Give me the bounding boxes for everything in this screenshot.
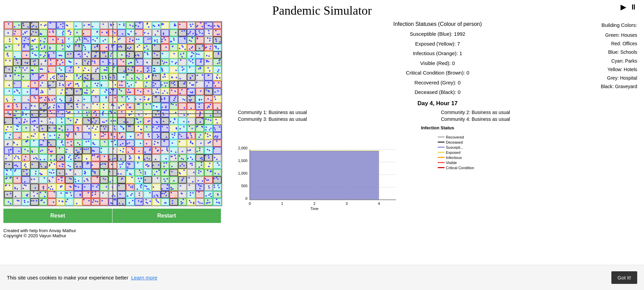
- svg-text:1,000: 1,000: [238, 171, 247, 175]
- community-status: Community 1: Business as usual Community…: [238, 110, 637, 122]
- chart-legend: RecoveredDeceasedSuscepti...ExposedInfec…: [438, 132, 474, 171]
- reset-button[interactable]: Reset: [3, 209, 112, 223]
- legend-item: Suscepti...: [438, 145, 474, 149]
- learn-more-link[interactable]: Learn more: [131, 275, 157, 280]
- credit-text: Created with help from Anvay Mathur: [3, 228, 641, 233]
- infection-statuses-title: Infection Statuses (Colour of person): [238, 21, 637, 27]
- svg-text:500: 500: [241, 184, 247, 188]
- stat-exposed: Exposed (Yellow): 7: [238, 39, 637, 49]
- svg-text:1,500: 1,500: [238, 159, 247, 163]
- chart-title: Infection Status: [238, 125, 637, 130]
- svg-text:0: 0: [249, 202, 251, 206]
- stat-infectious: Infectious (Orange): 1: [238, 49, 637, 59]
- svg-text:0: 0: [245, 196, 247, 200]
- stat-critical: Critical Condition (Brown): 0: [238, 68, 637, 78]
- legend-item: Visible: [438, 161, 474, 165]
- play-button[interactable]: ▶: [621, 3, 626, 12]
- svg-text:2,000: 2,000: [238, 146, 247, 150]
- stat-recovered: Recovered (Grey): 0: [238, 78, 637, 88]
- building-color-item: Yellow: Hotels: [601, 65, 637, 74]
- building-color-item: Red: Offices: [601, 39, 637, 48]
- legend-item: Recovered: [438, 135, 474, 139]
- legend-item: Critical Condition: [438, 166, 474, 170]
- day-hour: Day 4, Hour 17: [238, 100, 637, 107]
- copyright-text: Copyright © 2020 Vayun Mathur: [3, 233, 641, 238]
- svg-text:Time: Time: [310, 207, 318, 210]
- got-it-button[interactable]: Got it!: [611, 271, 637, 284]
- community-1: Community 1: Business as usual: [238, 110, 434, 115]
- infection-chart: 0 500 1,000 1,500 2,000 0 1 2 3 4: [238, 132, 435, 210]
- cookie-message: This site uses cookies to make your expe…: [7, 275, 157, 280]
- legend-item: Deceased: [438, 140, 474, 144]
- building-color-item: Green: Houses: [601, 31, 637, 39]
- community-3: Community 3: Business as usual: [238, 116, 434, 122]
- building-colors-title: Building Colors:: [601, 20, 637, 30]
- cookie-banner: This site uses cookies to make your expe…: [0, 265, 644, 290]
- simulation-canvas: [3, 21, 222, 206]
- svg-marker-21: [250, 151, 379, 199]
- svg-text:4: 4: [378, 202, 380, 206]
- community-4: Community 4: Business as usual: [441, 116, 638, 122]
- stat-susceptible: Susceptible (Blue): 1992: [238, 29, 637, 39]
- stat-visible: Visible (Red): 0: [238, 59, 637, 68]
- svg-text:1: 1: [281, 202, 283, 206]
- svg-text:3: 3: [346, 202, 348, 206]
- building-color-item: Black: Graveyard: [601, 82, 637, 91]
- building-color-item: Grey: Hospital: [601, 74, 637, 82]
- legend-item: Exposed: [438, 150, 474, 155]
- building-color-item: Cyan: Parks: [601, 57, 637, 65]
- restart-button[interactable]: Restart: [112, 209, 221, 223]
- community-2: Community 2: Business as usual: [441, 110, 638, 115]
- building-colors-panel: Building Colors: Green: HousesRed: Offic…: [601, 20, 637, 91]
- stat-deceased: Deceased (Black): 0: [238, 87, 637, 97]
- svg-marker-22: [250, 150, 379, 151]
- page-title: Pandemic Simulator: [0, 3, 644, 18]
- pause-button[interactable]: ⏸: [630, 3, 637, 12]
- svg-text:2: 2: [313, 202, 315, 206]
- legend-item: Infectious: [438, 156, 474, 160]
- stats-list: Susceptible (Blue): 1992 Exposed (Yellow…: [238, 29, 637, 97]
- building-color-item: Blue: Schools: [601, 48, 637, 57]
